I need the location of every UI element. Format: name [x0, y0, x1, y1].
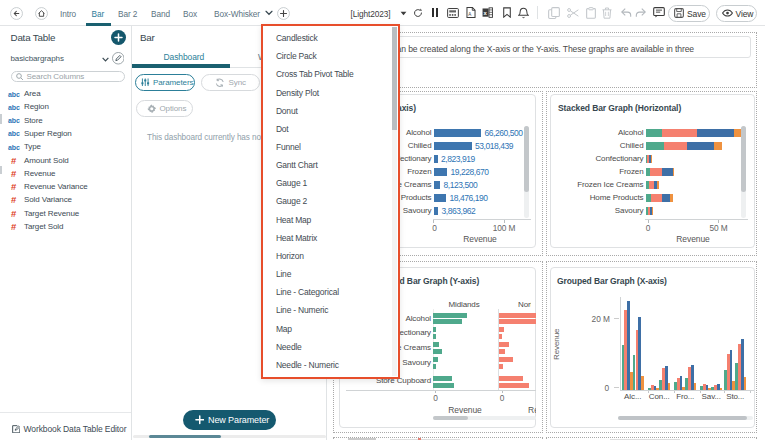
svg-text:A: A	[468, 12, 472, 17]
